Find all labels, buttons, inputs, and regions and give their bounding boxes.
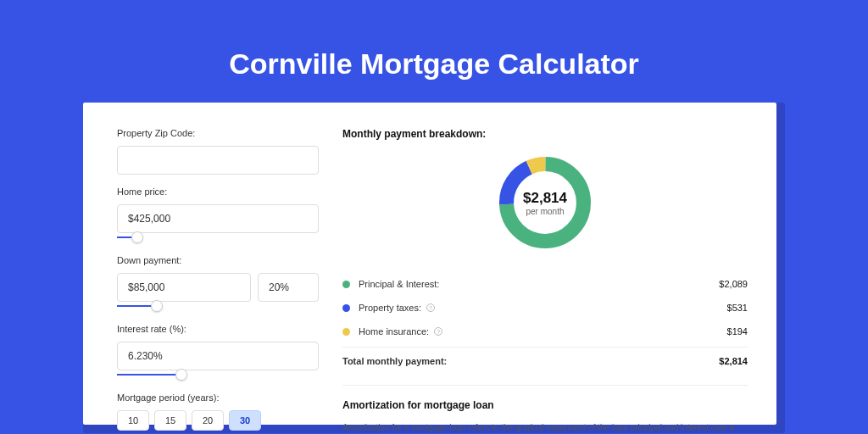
down-payment-label: Down payment:: [117, 255, 319, 265]
interest-label: Interest rate (%):: [117, 324, 319, 334]
breakdown-heading: Monthly payment breakdown:: [342, 128, 748, 140]
info-icon[interactable]: ?: [426, 303, 435, 312]
legend-total: Total monthly payment: $2,814: [342, 347, 748, 373]
home-price-label: Home price:: [117, 186, 319, 197]
donut-chart: $2,814 per month: [494, 152, 596, 253]
amortization-heading: Amortization for mortgage loan: [342, 399, 748, 411]
legend-text: Home insurance:: [359, 326, 429, 337]
legend-label: Home insurance: ?: [359, 326, 727, 337]
legend-taxes: Property taxes: ? $531: [342, 296, 748, 320]
interest-field: Interest rate (%):: [117, 324, 319, 381]
period-field: Mortgage period (years): 10 15 20 30: [117, 392, 319, 431]
donut-chart-wrap: $2,814 per month: [342, 152, 748, 253]
zip-label: Property Zip Code:: [117, 128, 319, 138]
period-label: Mortgage period (years):: [117, 392, 319, 403]
slider-thumb[interactable]: [131, 231, 143, 243]
legend-text: Property taxes:: [359, 303, 421, 313]
down-payment-field: Down payment:: [117, 255, 319, 312]
home-price-field: Home price:: [117, 186, 319, 243]
dot-icon: [342, 304, 350, 312]
card-shadow: Property Zip Code: Home price: Down paym…: [83, 103, 785, 433]
legend-value: $2,089: [719, 279, 748, 289]
total-value: $2,814: [719, 356, 748, 366]
interest-slider[interactable]: [117, 369, 319, 381]
down-payment-slider[interactable]: [117, 300, 251, 312]
down-payment-pct-input[interactable]: [258, 273, 319, 302]
info-icon[interactable]: ?: [434, 327, 442, 336]
breakdown-column: Monthly payment breakdown: $2,814 per mo…: [342, 128, 748, 425]
period-options: 10 15 20 30: [117, 410, 319, 431]
donut-sub: per month: [526, 207, 564, 216]
legend-value: $194: [727, 326, 748, 337]
slider-thumb[interactable]: [175, 369, 187, 381]
period-option-30[interactable]: 30: [229, 410, 261, 431]
page-title: Cornville Mortgage Calculator: [0, 0, 868, 103]
calculator-card: Property Zip Code: Home price: Down paym…: [83, 103, 776, 425]
dot-icon: [342, 328, 350, 336]
period-option-10[interactable]: 10: [117, 410, 149, 431]
down-payment-input[interactable]: [117, 273, 251, 302]
home-price-slider[interactable]: [117, 231, 319, 243]
dot-icon: [342, 281, 350, 288]
slider-thumb[interactable]: [151, 300, 163, 312]
period-option-15[interactable]: 15: [154, 410, 186, 431]
legend-insurance: Home insurance: ? $194: [342, 320, 748, 343]
legend-label: Property taxes: ?: [359, 303, 727, 313]
interest-input[interactable]: [117, 342, 319, 370]
amortization-section: Amortization for mortgage loan Amortizat…: [342, 385, 748, 434]
legend-principal: Principal & Interest: $2,089: [342, 272, 748, 296]
donut-amount: $2,814: [523, 190, 567, 207]
legend-value: $531: [727, 303, 748, 313]
period-option-20[interactable]: 20: [192, 410, 224, 431]
amortization-text: Amortization for a mortgage loan refers …: [342, 421, 748, 434]
zip-field: Property Zip Code:: [117, 128, 319, 175]
zip-input[interactable]: [117, 146, 319, 175]
donut-center: $2,814 per month: [494, 152, 596, 253]
form-column: Property Zip Code: Home price: Down paym…: [117, 128, 319, 425]
home-price-input[interactable]: [117, 204, 319, 233]
legend-label: Principal & Interest:: [359, 279, 719, 289]
total-label: Total monthly payment:: [342, 356, 719, 366]
